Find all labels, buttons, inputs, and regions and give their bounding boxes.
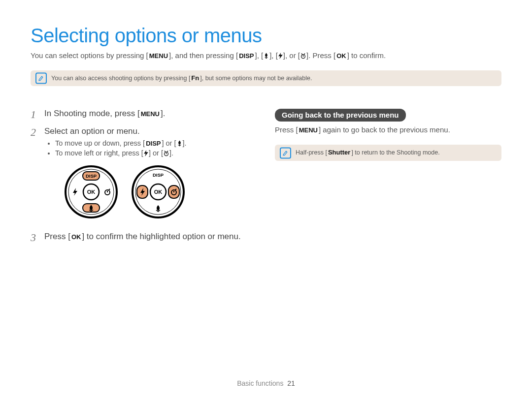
- step-1-text: In Shooting mode, press [MENU].: [44, 109, 257, 119]
- disp-label: DISP: [153, 172, 164, 178]
- back-menu-text: Press [MENU] again to go back to the pre…: [275, 125, 501, 134]
- control-dial-horizontal: OK DISP: [131, 165, 185, 219]
- step-2: 2 Select an option or menu. To move up o…: [31, 126, 257, 227]
- note-icon: [35, 72, 47, 84]
- step-2-text: Select an option or menu.: [44, 126, 257, 136]
- step-number: 1: [31, 109, 38, 122]
- control-dial-illustrations: OK DISP: [64, 165, 257, 219]
- step-3: 3 Press [OK] to confirm the highlighted …: [31, 232, 257, 245]
- note-icon: [280, 147, 291, 158]
- step-2-bullets: To move up or down, press [DISP] or []. …: [44, 139, 257, 158]
- step-number: 3: [31, 232, 38, 245]
- step-3-text: Press [OK] to confirm the highlighted op…: [44, 232, 257, 242]
- ok-label: OK: [154, 189, 163, 195]
- page-footer: Basic functions 21: [0, 379, 532, 387]
- fn-key-label: Fn: [190, 74, 200, 83]
- intro-paragraph: You can select options by pressing [MENU…: [31, 51, 501, 62]
- ok-label: OK: [87, 189, 96, 195]
- two-column-layout: 1 In Shooting mode, press [MENU]. 2 Sele…: [31, 109, 501, 249]
- right-column: Going back to the previous menu Press [M…: [275, 109, 501, 249]
- menu-key-label: MENU: [298, 126, 319, 134]
- macro-icon: [176, 140, 183, 148]
- control-dial-vertical: OK DISP: [64, 165, 118, 219]
- section-pill: Going back to the previous menu: [275, 109, 406, 122]
- shutter-key-label: Shutter: [327, 149, 352, 157]
- macro-icon: [263, 52, 269, 62]
- disp-key-label: DISP: [238, 52, 255, 61]
- timer-icon: [163, 150, 169, 158]
- ok-key-label: OK: [335, 52, 347, 61]
- info-note-top: You can also access shooting options by …: [31, 70, 501, 87]
- manual-page: Selecting options or menus You can selec…: [0, 0, 532, 401]
- info-note-right: Half-press [Shutter] to return to the Sh…: [275, 145, 501, 161]
- page-title: Selecting options or menus: [31, 25, 501, 47]
- step-number: 2: [31, 126, 38, 227]
- ok-key-label: OK: [70, 233, 82, 241]
- menu-key-label: MENU: [140, 110, 161, 118]
- bullet-item: To move up or down, press [DISP] or [].: [55, 139, 257, 148]
- left-column: 1 In Shooting mode, press [MENU]. 2 Sele…: [31, 109, 257, 249]
- disp-label: DISP: [86, 173, 97, 179]
- flash-icon: [143, 150, 149, 158]
- step-1: 1 In Shooting mode, press [MENU].: [31, 109, 257, 122]
- bullet-item: To move left or right, press [] or [].: [55, 149, 257, 158]
- disp-key-label: DISP: [145, 140, 162, 147]
- menu-key-label: MENU: [148, 52, 169, 61]
- page-number: 21: [287, 379, 295, 387]
- flash-icon: [278, 52, 283, 62]
- timer-icon: [300, 52, 306, 62]
- section-name: Basic functions: [237, 379, 283, 387]
